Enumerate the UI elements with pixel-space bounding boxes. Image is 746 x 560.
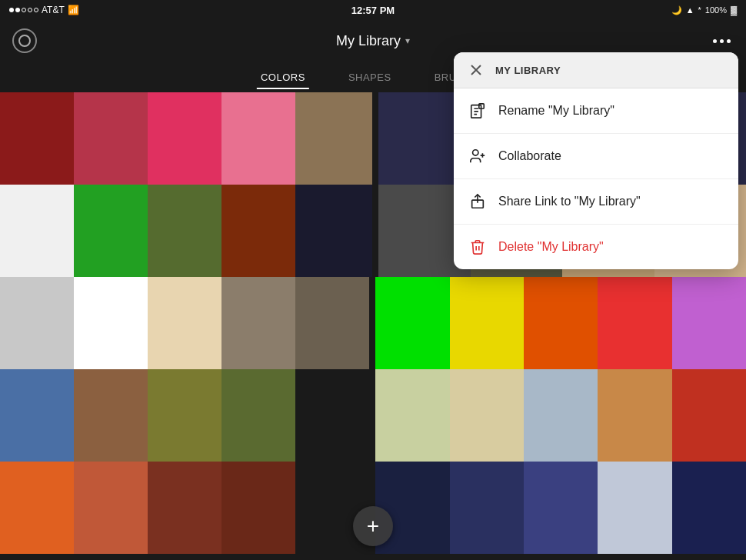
signal-indicator bbox=[9, 8, 38, 12]
color-cell[interactable] bbox=[74, 277, 148, 369]
color-cell[interactable] bbox=[598, 462, 671, 554]
grid-divider bbox=[372, 92, 378, 185]
color-cell[interactable] bbox=[295, 369, 369, 462]
color-cell[interactable] bbox=[672, 277, 746, 369]
delete-icon bbox=[468, 237, 488, 257]
color-cell[interactable] bbox=[74, 369, 148, 462]
color-cell[interactable] bbox=[148, 462, 221, 554]
collaborate-label: Collaborate bbox=[498, 149, 561, 163]
color-cell[interactable] bbox=[0, 462, 74, 554]
chevron-down-icon: ▾ bbox=[405, 35, 410, 46]
color-cell[interactable] bbox=[0, 277, 74, 369]
svg-point-7 bbox=[473, 150, 478, 155]
color-cell[interactable] bbox=[598, 369, 671, 462]
app-logo[interactable] bbox=[12, 28, 37, 53]
color-cell[interactable] bbox=[672, 462, 746, 554]
color-cell[interactable] bbox=[0, 92, 74, 185]
library-title-button[interactable]: My Library ▾ bbox=[336, 33, 410, 49]
add-icon: + bbox=[367, 514, 379, 538]
color-cell[interactable] bbox=[221, 462, 295, 554]
color-cell[interactable] bbox=[221, 369, 295, 462]
wifi-icon: 📶 bbox=[68, 5, 79, 15]
library-title-text: My Library bbox=[336, 33, 401, 49]
color-cell[interactable] bbox=[375, 277, 449, 369]
logo-inner bbox=[18, 35, 31, 47]
color-cell[interactable] bbox=[0, 369, 74, 462]
color-cell[interactable] bbox=[295, 92, 372, 185]
rename-icon bbox=[468, 101, 488, 121]
collaborate-icon bbox=[468, 146, 488, 166]
color-cell[interactable] bbox=[295, 277, 369, 369]
grid-divider bbox=[369, 277, 375, 369]
color-cell[interactable] bbox=[221, 277, 295, 369]
color-cell[interactable] bbox=[450, 369, 524, 462]
color-cell[interactable] bbox=[672, 369, 746, 462]
share-item[interactable]: Share Link to "My Library" bbox=[454, 179, 738, 225]
color-cell[interactable] bbox=[148, 92, 221, 185]
color-row-4 bbox=[0, 369, 746, 462]
share-label: Share Link to "My Library" bbox=[498, 195, 641, 208]
color-cell[interactable] bbox=[450, 462, 524, 554]
color-cell[interactable] bbox=[74, 185, 148, 277]
color-cell[interactable] bbox=[221, 185, 295, 277]
bluetooth-icon: * bbox=[698, 5, 701, 15]
collaborate-item[interactable]: Collaborate bbox=[454, 134, 738, 179]
rename-item[interactable]: Rename "My Library" bbox=[454, 88, 738, 134]
rename-label: Rename "My Library" bbox=[498, 104, 614, 118]
close-button[interactable] bbox=[468, 62, 485, 78]
color-cell[interactable] bbox=[450, 277, 524, 369]
grid-divider bbox=[369, 369, 375, 462]
color-cell[interactable] bbox=[148, 369, 221, 462]
battery-label: 100% bbox=[705, 5, 727, 15]
status-time: 12:57 PM bbox=[351, 5, 395, 16]
more-dot-1 bbox=[713, 39, 717, 43]
color-cell[interactable] bbox=[74, 462, 148, 554]
tab-colors[interactable]: COLORS bbox=[239, 65, 327, 89]
color-cell[interactable] bbox=[524, 462, 598, 554]
status-bar: AT&T 📶 12:57 PM 🌙 ▲ * 100% ▓ bbox=[0, 0, 746, 20]
share-icon bbox=[468, 192, 488, 212]
status-left: AT&T 📶 bbox=[9, 5, 79, 15]
color-cell[interactable] bbox=[221, 92, 295, 185]
color-cell[interactable] bbox=[74, 92, 148, 185]
color-cell[interactable] bbox=[598, 277, 671, 369]
color-row-3 bbox=[0, 277, 746, 369]
more-options-button[interactable] bbox=[710, 36, 734, 46]
moon-icon: 🌙 bbox=[671, 5, 682, 15]
add-button[interactable]: + bbox=[353, 506, 393, 546]
delete-item[interactable]: Delete "My Library" bbox=[454, 225, 738, 269]
color-cell[interactable] bbox=[0, 185, 74, 277]
color-cell[interactable] bbox=[524, 369, 598, 462]
color-cell[interactable] bbox=[295, 185, 372, 277]
carrier-label: AT&T bbox=[42, 5, 65, 15]
color-cell[interactable] bbox=[148, 185, 221, 277]
delete-label: Delete "My Library" bbox=[498, 240, 604, 254]
more-dot-3 bbox=[727, 39, 731, 43]
tab-shapes[interactable]: SHAPES bbox=[327, 65, 413, 89]
status-right: 🌙 ▲ * 100% ▓ bbox=[671, 5, 737, 15]
location-icon: ▲ bbox=[686, 5, 694, 15]
color-cell[interactable] bbox=[148, 277, 221, 369]
dropdown-menu: MY LIBRARY Rename "My Library" Collabora… bbox=[454, 52, 738, 269]
dropdown-title: MY LIBRARY bbox=[495, 65, 561, 76]
color-cell[interactable] bbox=[524, 277, 598, 369]
battery-icon: ▓ bbox=[731, 5, 737, 15]
color-cell[interactable] bbox=[375, 369, 449, 462]
grid-divider bbox=[372, 185, 378, 277]
dropdown-header: MY LIBRARY bbox=[454, 52, 738, 88]
more-dot-2 bbox=[720, 39, 724, 43]
